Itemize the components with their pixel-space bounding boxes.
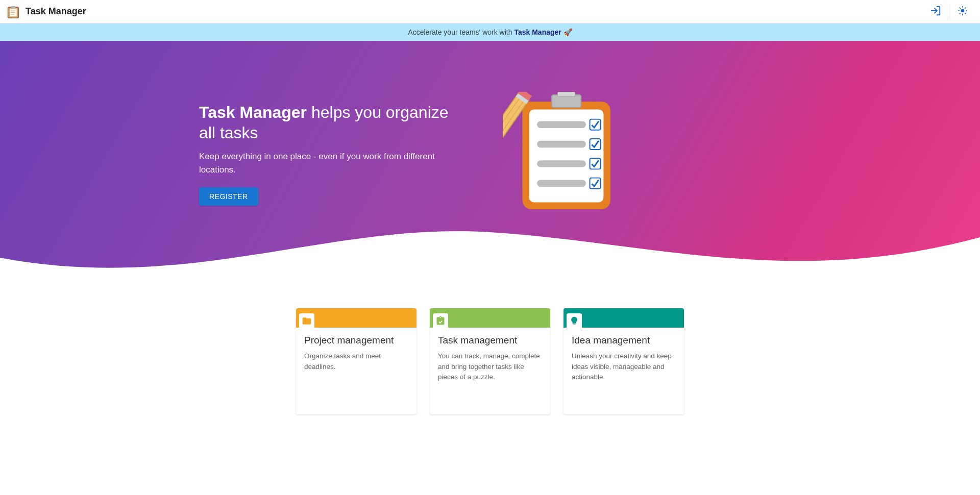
brand-link[interactable]: Task Manager <box>6 5 86 19</box>
svg-rect-26 <box>537 160 586 167</box>
svg-rect-2 <box>11 6 16 8</box>
svg-rect-27 <box>590 158 601 169</box>
hero-title: Task Manager helps you organize all task… <box>199 102 464 143</box>
hero-section: Task Manager helps you organize all task… <box>0 41 980 288</box>
promo-brand: Task Manager <box>514 28 561 36</box>
card-desc: You can track, manage, complete and brin… <box>438 351 542 383</box>
clipboard-icon <box>433 313 448 329</box>
register-button[interactable]: REGISTER <box>199 187 258 206</box>
feature-card-project: Project management Organize tasks and me… <box>296 308 416 414</box>
rocket-icon: 🚀 <box>564 28 572 36</box>
svg-rect-29 <box>590 178 601 189</box>
card-desc: Unleash your creativity and keep ideas v… <box>572 351 676 383</box>
svg-line-16 <box>960 13 960 13</box>
hero-title-strong: Task Manager <box>199 103 307 121</box>
svg-rect-25 <box>590 139 601 150</box>
svg-rect-22 <box>537 121 586 128</box>
promo-prefix: Accelerate your teams' work with <box>408 28 514 36</box>
card-header <box>564 308 684 328</box>
folder-icon <box>299 313 314 329</box>
svg-line-12 <box>960 8 960 8</box>
svg-rect-3 <box>9 7 10 8</box>
promo-banner: Accelerate your teams' work with Task Ma… <box>0 23 980 41</box>
clipboard-pencil-icon <box>503 92 620 216</box>
hero-text: Task Manager helps you organize all task… <box>199 102 464 206</box>
svg-rect-24 <box>537 141 586 147</box>
promo-text: Accelerate your teams' work with Task Ma… <box>408 28 572 36</box>
clipboard-logo-icon <box>6 5 20 19</box>
feature-card-task: Task management You can track, manage, c… <box>430 308 550 414</box>
theme-toggle-button[interactable] <box>951 1 974 23</box>
card-header <box>296 308 416 328</box>
lightbulb-icon <box>567 313 582 329</box>
app-header: Task Manager <box>0 0 980 23</box>
header-divider <box>949 4 949 19</box>
header-actions <box>924 1 974 23</box>
svg-rect-4 <box>16 7 18 8</box>
card-title: Project management <box>304 335 408 346</box>
feature-card-idea: Idea management Unleash your creativity … <box>564 308 684 414</box>
svg-line-13 <box>965 13 966 13</box>
login-button[interactable] <box>924 1 947 23</box>
hero-illustration <box>495 92 628 216</box>
login-icon <box>930 5 941 18</box>
svg-rect-21 <box>557 92 575 97</box>
svg-line-17 <box>965 8 966 8</box>
svg-point-9 <box>961 9 965 12</box>
svg-rect-28 <box>537 180 586 186</box>
card-title: Task management <box>438 335 542 346</box>
card-desc: Organize tasks and meet deadlines. <box>304 351 408 373</box>
card-title: Idea management <box>572 335 676 346</box>
svg-rect-23 <box>590 119 601 130</box>
hero-subtitle: Keep everything in one place - even if y… <box>199 150 464 176</box>
card-header <box>430 308 550 328</box>
feature-cards: Project management Organize tasks and me… <box>189 288 791 445</box>
sun-icon <box>958 6 968 18</box>
app-title: Task Manager <box>26 6 86 17</box>
